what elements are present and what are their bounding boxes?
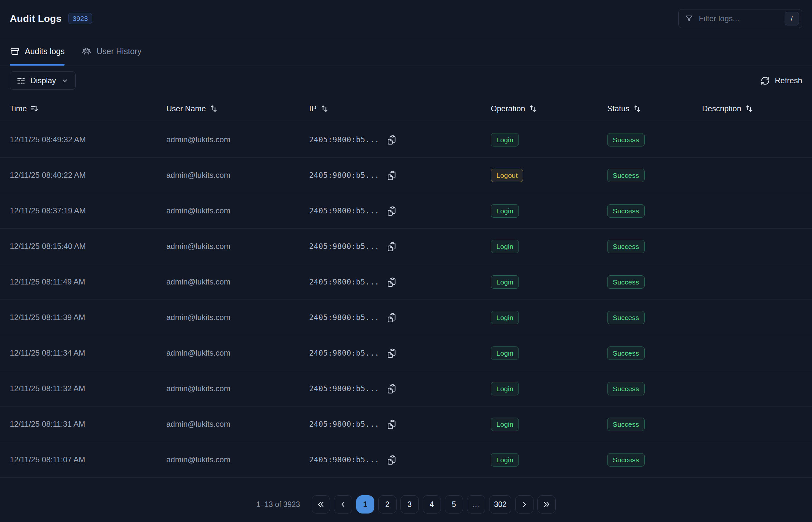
page-number-list: 12345...302 — [356, 495, 511, 514]
pagination-range-text: 1–13 of 3923 — [256, 500, 300, 509]
operation-badge: Login — [491, 275, 519, 289]
column-header-ip[interactable]: IP — [309, 104, 491, 113]
cell-username: admin@lukits.com — [166, 313, 309, 322]
column-header-username[interactable]: User Name — [166, 104, 309, 113]
tab-label: User History — [97, 47, 142, 56]
table-row[interactable]: 12/11/25 08:11:39 AM admin@lukits.com 24… — [0, 300, 812, 335]
column-label: Status — [607, 104, 629, 113]
copy-clipboard-icon — [387, 313, 397, 323]
chevron-left-icon — [339, 500, 347, 509]
cell-username: admin@lukits.com — [166, 135, 309, 144]
copy-ip-button[interactable] — [387, 206, 397, 216]
cell-operation: Login — [491, 382, 607, 396]
cell-ip: 2405:9800:b5... — [309, 313, 491, 323]
tab-audits-logs[interactable]: Audits logs — [10, 37, 65, 65]
copy-clipboard-icon — [387, 419, 397, 429]
status-badge: Success — [607, 133, 645, 146]
first-page-button[interactable] — [312, 495, 330, 514]
table-header-row: Time User Name IP Operation — [0, 95, 812, 122]
cell-time: 12/11/25 08:40:22 AM — [10, 170, 166, 180]
copy-ip-button[interactable] — [387, 135, 397, 145]
table-row[interactable]: 12/11/25 08:11:49 AM admin@lukits.com 24… — [0, 264, 812, 300]
last-page-button[interactable] — [537, 495, 556, 514]
cell-time: 12/11/25 08:11:39 AM — [10, 313, 166, 322]
display-dropdown-button[interactable]: Display — [10, 72, 76, 90]
column-label: Operation — [491, 104, 525, 113]
status-badge: Success — [607, 311, 645, 324]
table-row[interactable]: 12/11/25 08:49:32 AM admin@lukits.com 24… — [0, 122, 812, 158]
copy-ip-button[interactable] — [387, 419, 397, 429]
operation-badge: Login — [491, 133, 519, 146]
column-header-status[interactable]: Status — [607, 104, 702, 113]
table-row[interactable]: 12/11/25 08:15:40 AM admin@lukits.com 24… — [0, 229, 812, 264]
previous-page-button[interactable] — [334, 495, 352, 514]
copy-ip-button[interactable] — [387, 313, 397, 323]
users-icon — [82, 46, 92, 57]
copy-ip-button[interactable] — [387, 455, 397, 465]
cell-operation: Login — [491, 133, 607, 146]
ip-address: 2405:9800:b5... — [309, 349, 379, 357]
operation-badge: Login — [491, 418, 519, 431]
cell-operation: Login — [491, 453, 607, 466]
refresh-button[interactable]: Refresh — [761, 76, 802, 85]
copy-ip-button[interactable] — [387, 384, 397, 394]
refresh-icon — [761, 76, 770, 85]
display-label: Display — [30, 76, 56, 85]
cell-status: Success — [607, 382, 702, 396]
operation-badge: Login — [491, 311, 519, 324]
cell-ip: 2405:9800:b5... — [309, 277, 491, 287]
copy-ip-button[interactable] — [387, 277, 397, 287]
column-header-operation[interactable]: Operation — [491, 104, 607, 113]
cell-operation: Login — [491, 311, 607, 324]
copy-ip-button[interactable] — [387, 348, 397, 358]
page-title: Audit Logs — [10, 13, 62, 24]
cell-ip: 2405:9800:b5... — [309, 455, 491, 465]
column-header-time[interactable]: Time — [10, 104, 166, 113]
page-number-button[interactable]: 1 — [356, 495, 374, 514]
status-badge: Success — [607, 204, 645, 218]
cell-username: admin@lukits.com — [166, 455, 309, 464]
copy-clipboard-icon — [387, 206, 397, 216]
tab-user-history[interactable]: User History — [82, 37, 142, 65]
table-row[interactable]: 12/11/25 08:37:19 AM admin@lukits.com 24… — [0, 193, 812, 229]
status-badge: Success — [607, 240, 645, 253]
page-number-button[interactable]: 2 — [378, 495, 397, 514]
page-header: Audit Logs 3923 Filter logs... / — [0, 0, 812, 37]
cell-time: 12/11/25 08:37:19 AM — [10, 206, 166, 215]
status-badge: Success — [607, 346, 645, 360]
page-number-button[interactable]: 4 — [423, 495, 441, 514]
page-number-button[interactable]: 302 — [489, 495, 511, 514]
copy-clipboard-icon — [387, 277, 397, 287]
column-header-description[interactable]: Description — [702, 104, 802, 113]
table-row[interactable]: 12/11/25 08:11:32 AM admin@lukits.com 24… — [0, 371, 812, 406]
table-row[interactable]: 12/11/25 08:40:22 AM admin@lukits.com 24… — [0, 158, 812, 193]
table-row[interactable]: 12/11/25 08:11:31 AM admin@lukits.com 24… — [0, 406, 812, 442]
cell-username: admin@lukits.com — [166, 277, 309, 286]
page-number-button[interactable]: 5 — [445, 495, 463, 514]
ip-address: 2405:9800:b5... — [309, 278, 379, 286]
refresh-label: Refresh — [775, 76, 802, 85]
copy-ip-button[interactable] — [387, 241, 397, 252]
cell-ip: 2405:9800:b5... — [309, 348, 491, 358]
page-number-button[interactable]: 3 — [400, 495, 419, 514]
archive-icon — [10, 46, 20, 57]
ip-address: 2405:9800:b5... — [309, 384, 379, 393]
page-ellipsis-button[interactable]: ... — [467, 495, 485, 514]
cell-status: Success — [607, 418, 702, 431]
table-body: 12/11/25 08:49:32 AM admin@lukits.com 24… — [0, 122, 812, 478]
pagination-buttons: 12345...302 — [312, 495, 556, 514]
table-row[interactable]: 12/11/25 08:11:34 AM admin@lukits.com 24… — [0, 335, 812, 371]
filter-logs-input[interactable]: Filter logs... / — [678, 9, 802, 28]
cell-operation: Login — [491, 346, 607, 360]
operation-badge: Login — [491, 346, 519, 360]
chevron-right-icon — [520, 500, 528, 509]
cell-operation: Login — [491, 240, 607, 253]
copy-ip-button[interactable] — [387, 170, 397, 180]
table-row[interactable]: 12/11/25 08:11:07 AM admin@lukits.com 24… — [0, 442, 812, 478]
cell-time: 12/11/25 08:11:31 AM — [10, 420, 166, 429]
cell-operation: Login — [491, 204, 607, 218]
ip-address: 2405:9800:b5... — [309, 206, 379, 215]
operation-badge: Login — [491, 204, 519, 218]
cell-ip: 2405:9800:b5... — [309, 170, 491, 180]
next-page-button[interactable] — [515, 495, 534, 514]
